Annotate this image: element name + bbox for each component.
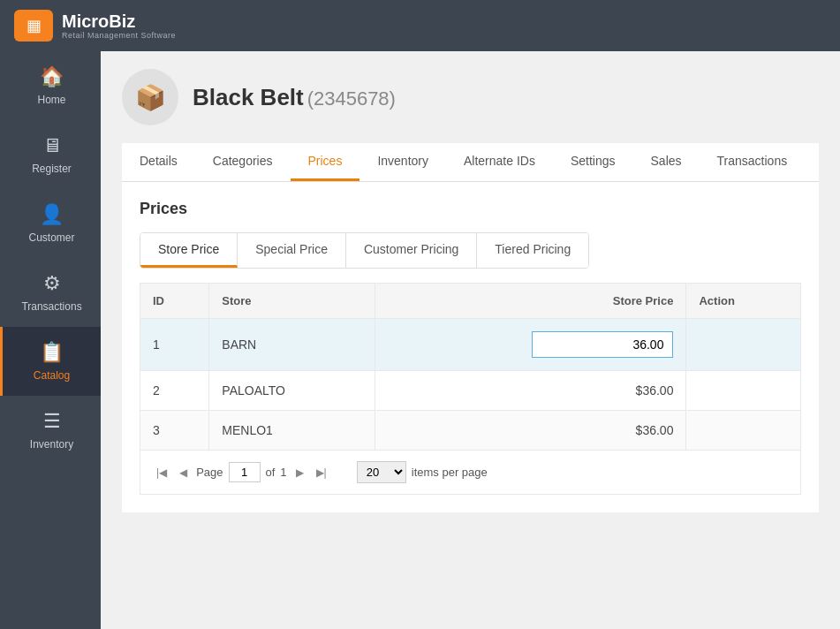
sidebar-item-customer[interactable]: 👤 Customer bbox=[0, 189, 101, 258]
table-row: 1 BARN bbox=[140, 319, 801, 371]
items-per-page-select[interactable]: 20 50 100 bbox=[357, 461, 406, 483]
product-header: 📦 Black Belt (2345678) bbox=[122, 69, 819, 125]
last-page-button[interactable]: ▶| bbox=[313, 465, 330, 481]
cell-action-3 bbox=[686, 411, 801, 451]
app-name: MicroBiz bbox=[62, 11, 176, 31]
subtab-customer-pricing[interactable]: Customer Pricing bbox=[346, 233, 477, 268]
cell-price-1[interactable] bbox=[375, 319, 686, 371]
sidebar-label-transactions: Transactions bbox=[21, 300, 81, 313]
customer-icon: 👤 bbox=[40, 203, 64, 226]
section-title: Prices bbox=[140, 200, 801, 218]
cell-store-1: BARN bbox=[209, 319, 375, 371]
tab-categories[interactable]: Categories bbox=[195, 143, 291, 181]
first-page-button[interactable]: |◀ bbox=[153, 465, 170, 481]
sidebar-label-customer: Customer bbox=[28, 231, 74, 244]
cell-store-2: PALOALTO bbox=[209, 371, 375, 411]
product-id: (2345678) bbox=[307, 87, 396, 110]
tab-inventory[interactable]: Inventory bbox=[359, 143, 446, 181]
tab-settings[interactable]: Settings bbox=[553, 143, 633, 181]
cell-price-3: $36.00 bbox=[375, 411, 686, 451]
sidebar-item-inventory[interactable]: ☰ Inventory bbox=[0, 396, 101, 465]
table-row: 3 MENLO1 $36.00 bbox=[140, 411, 801, 451]
sidebar-item-catalog[interactable]: 📋 Catalog bbox=[0, 327, 101, 396]
app-subtitle: Retail Management Software bbox=[62, 31, 176, 40]
col-header-action: Action bbox=[686, 284, 801, 319]
price-input-1[interactable] bbox=[532, 331, 673, 358]
col-header-store-price: Store Price bbox=[375, 284, 686, 319]
tab-details[interactable]: Details bbox=[122, 143, 195, 181]
product-title-group: Black Belt (2345678) bbox=[193, 84, 396, 111]
of-label: of bbox=[266, 466, 276, 479]
catalog-icon: 📋 bbox=[40, 341, 64, 364]
table-row: 2 PALOALTO $36.00 bbox=[140, 371, 801, 411]
tab-sales[interactable]: Sales bbox=[633, 143, 700, 181]
tab-alternate-ids[interactable]: Alternate IDs bbox=[446, 143, 553, 181]
cell-store-3: MENLO1 bbox=[209, 411, 375, 451]
product-icon: 📦 bbox=[122, 69, 178, 125]
col-header-store: Store bbox=[209, 284, 375, 319]
tab-transactions[interactable]: Transactions bbox=[700, 143, 806, 181]
page-number-input[interactable] bbox=[229, 462, 261, 482]
col-header-id: ID bbox=[140, 284, 209, 319]
home-icon: 🏠 bbox=[40, 65, 64, 88]
subtab-store-price[interactable]: Store Price bbox=[140, 233, 238, 268]
topbar: ▦ MicroBiz Retail Management Software bbox=[0, 0, 840, 51]
top-tabs: Details Categories Prices Inventory Alte… bbox=[122, 143, 819, 182]
sidebar-item-register[interactable]: 🖥 Register bbox=[0, 120, 101, 189]
sidebar-label-inventory: Inventory bbox=[30, 438, 73, 451]
subtab-special-price[interactable]: Special Price bbox=[238, 233, 346, 268]
page-label: Page bbox=[196, 466, 223, 479]
sidebar-item-home[interactable]: 🏠 Home bbox=[0, 51, 101, 120]
sidebar: 🏠 Home 🖥 Register 👤 Customer ⚙ Transacti… bbox=[0, 51, 101, 629]
tab-prices[interactable]: Prices bbox=[291, 143, 360, 181]
cell-action-2 bbox=[686, 371, 801, 411]
total-pages: 1 bbox=[280, 466, 286, 479]
prices-section: Prices Store Price Special Price Custome… bbox=[122, 182, 819, 512]
register-icon: 🖥 bbox=[42, 134, 62, 157]
inventory-icon: ☰ bbox=[43, 410, 61, 433]
prices-table: ID Store Store Price Action 1 BARN bbox=[140, 283, 801, 451]
cell-id-3: 3 bbox=[140, 411, 209, 451]
cell-id-2: 2 bbox=[140, 371, 209, 411]
cell-price-2: $36.00 bbox=[375, 371, 686, 411]
pagination: |◀ ◀ Page of 1 ▶ ▶| 20 50 100 items per … bbox=[140, 451, 801, 495]
sidebar-item-transactions[interactable]: ⚙ Transactions bbox=[0, 258, 101, 327]
next-page-button[interactable]: ▶ bbox=[292, 465, 307, 481]
sidebar-label-register: Register bbox=[32, 163, 72, 175]
product-name: Black Belt bbox=[193, 84, 304, 110]
subtab-tiered-pricing[interactable]: Tiered Pricing bbox=[477, 233, 588, 268]
content-area: 📦 Black Belt (2345678) Details Categorie… bbox=[101, 51, 840, 629]
sidebar-label-home: Home bbox=[37, 94, 65, 106]
logo: ▦ MicroBiz Retail Management Software bbox=[14, 10, 176, 42]
prev-page-button[interactable]: ◀ bbox=[176, 465, 191, 481]
transactions-icon: ⚙ bbox=[43, 272, 61, 295]
sub-tabs: Store Price Special Price Customer Prici… bbox=[140, 232, 589, 269]
cell-id-1: 1 bbox=[140, 319, 209, 371]
logo-icon: ▦ bbox=[14, 10, 53, 42]
sidebar-label-catalog: Catalog bbox=[34, 369, 70, 382]
items-per-page-label: items per page bbox=[412, 466, 488, 479]
cell-action-1 bbox=[686, 319, 801, 371]
